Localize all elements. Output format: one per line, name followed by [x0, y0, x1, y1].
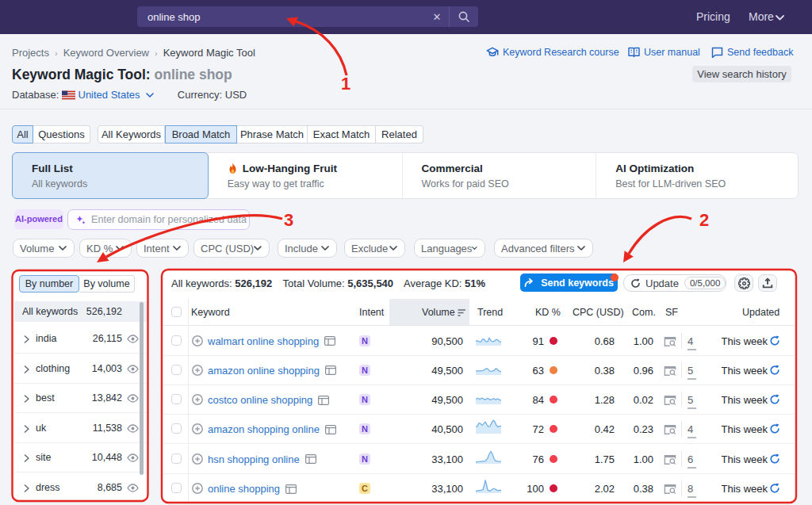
svg-text:3: 3 [284, 210, 293, 230]
svg-text:1: 1 [341, 74, 350, 94]
svg-text:2: 2 [699, 210, 709, 230]
